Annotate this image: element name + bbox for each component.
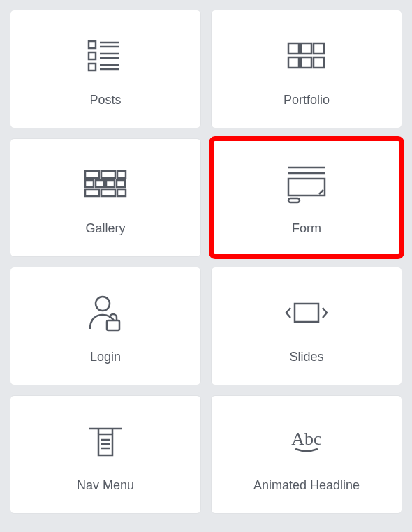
widget-tile-animated-headline[interactable]: Abc Animated Headline	[211, 395, 402, 514]
login-icon	[86, 288, 125, 337]
svg-rect-13	[301, 57, 311, 68]
svg-rect-32	[295, 304, 318, 322]
svg-rect-9	[288, 43, 299, 54]
widget-tile-form[interactable]: Form	[211, 138, 402, 257]
svg-rect-23	[101, 189, 115, 196]
widget-tile-posts[interactable]: Posts	[10, 10, 201, 128]
widget-label: Form	[292, 221, 321, 236]
form-icon	[284, 160, 329, 209]
svg-rect-24	[117, 189, 126, 196]
animated-headline-icon: Abc	[283, 417, 330, 466]
nav-menu-icon	[86, 417, 125, 466]
widget-label: Portfolio	[284, 93, 330, 108]
portfolio-icon	[286, 31, 328, 80]
gallery-icon	[82, 160, 128, 209]
widget-tile-slides[interactable]: Slides	[211, 267, 402, 385]
svg-rect-0	[89, 41, 96, 48]
widget-label: Nav Menu	[77, 478, 134, 493]
svg-rect-3	[89, 52, 96, 59]
widget-label: Animated Headline	[253, 478, 360, 493]
widget-tile-portfolio[interactable]: Portfolio	[211, 10, 402, 128]
svg-rect-10	[301, 43, 311, 54]
svg-rect-6	[89, 64, 96, 71]
svg-rect-16	[101, 171, 115, 178]
svg-point-30	[96, 297, 110, 311]
widget-label: Gallery	[85, 221, 125, 236]
widget-label: Login	[90, 350, 121, 364]
widget-tile-nav-menu[interactable]: Nav Menu	[10, 395, 201, 514]
widget-tile-login[interactable]: Login	[10, 267, 201, 385]
svg-rect-12	[288, 57, 299, 68]
posts-icon	[84, 31, 126, 80]
widget-tile-gallery[interactable]: Gallery	[10, 138, 201, 257]
svg-rect-19	[96, 180, 104, 187]
svg-rect-20	[106, 180, 115, 187]
svg-rect-11	[314, 43, 324, 54]
widget-grid: Posts Portfolio	[0, 0, 412, 524]
svg-rect-18	[85, 180, 94, 187]
svg-text:Abc: Abc	[291, 429, 321, 449]
svg-rect-31	[107, 320, 119, 330]
widget-label: Posts	[89, 93, 121, 108]
svg-rect-15	[85, 171, 99, 178]
svg-line-28	[319, 190, 323, 194]
svg-rect-17	[117, 171, 126, 178]
slides-icon	[284, 288, 330, 337]
widget-label: Slides	[289, 350, 323, 364]
svg-rect-14	[314, 57, 324, 68]
svg-rect-29	[288, 198, 300, 202]
svg-rect-22	[85, 189, 99, 196]
svg-rect-21	[117, 180, 125, 187]
